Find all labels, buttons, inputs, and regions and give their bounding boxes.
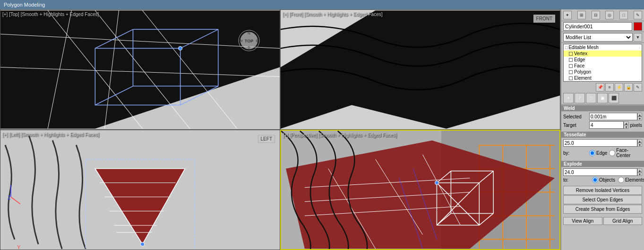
svg-text:W: W: [239, 39, 243, 43]
stack-item-edge[interactable]: Edge: [564, 57, 642, 63]
weld-target-spinner[interactable]: ▲ ▼: [624, 121, 628, 129]
subobject-icons: • / ⬡ ▣ ⬛: [561, 92, 644, 105]
weld-target-unit: pixels: [630, 123, 642, 128]
explode-section-header: Explode: [561, 161, 644, 167]
stack-label-element: Element: [574, 75, 592, 81]
tessellate-edge-option[interactable]: Edge: [589, 150, 607, 156]
svg-text:TOP: TOP: [245, 39, 253, 43]
viewport-perspective[interactable]: Z X [+] [Perspective] [Smooth + Highligh…: [280, 130, 560, 250]
svg-text:Y: Y: [17, 244, 21, 250]
stack-label-editable-mesh: Editable Mesh: [568, 45, 598, 50]
weld-target-label: Target: [563, 123, 589, 128]
explode-value-input[interactable]: [563, 168, 637, 176]
weld-selected-spinner[interactable]: ▲ ▼: [637, 113, 642, 120]
icon-modifier[interactable]: ⊞: [577, 11, 586, 19]
svg-text:S: S: [248, 45, 250, 50]
object-color-swatch[interactable]: [634, 22, 642, 31]
tessellate-by-label: by:: [563, 150, 589, 156]
stack-label-vertex: Vertex: [574, 51, 587, 56]
explode-elements-option[interactable]: Elements: [618, 177, 644, 183]
stack-delete-btn[interactable]: ✎: [634, 83, 642, 92]
stack-unique-btn[interactable]: ⚡: [615, 83, 623, 92]
svg-text:N: N: [248, 31, 250, 35]
vp-left-label: [+] [Left] [Smooth + Highlights + Edged …: [2, 132, 99, 137]
svg-point-18: [179, 46, 182, 50]
bottom-buttons: Remove Isolated Vertices Select Open Edg…: [561, 184, 644, 215]
vp-front-box-label: FRONT: [533, 15, 555, 23]
main-layout: N S W E TOP [+] [Top] [Smooth + Highligh…: [0, 9, 644, 250]
stack-item-vertex[interactable]: Vertex: [564, 50, 642, 57]
select-open-edges-btn[interactable]: Select Open Edges: [563, 195, 642, 204]
weld-target-input[interactable]: [589, 121, 624, 129]
svg-point-81: [435, 181, 438, 185]
stack-item-face[interactable]: Face: [564, 63, 642, 69]
icon-motion[interactable]: ◎: [605, 11, 614, 19]
svg-text:E: E: [256, 39, 258, 43]
tessellate-spinner[interactable]: ▲ ▼: [637, 139, 642, 147]
weld-section-header: Weld: [561, 105, 644, 111]
tessellate-facecenter-option[interactable]: Face-Center: [609, 148, 642, 158]
viewport-area: N S W E TOP [+] [Top] [Smooth + Highligh…: [0, 9, 561, 250]
stack-item-editable-mesh[interactable]: □ Editable Mesh ·: [564, 44, 642, 50]
tessellate-value-input[interactable]: [563, 139, 637, 147]
remove-isolated-btn[interactable]: Remove Isolated Vertices: [563, 186, 642, 195]
titlebar-label: Polygon Modeling: [4, 2, 45, 8]
viewport-left[interactable]: Z Y LEFT [+] [Left] [Smooth + Highlights…: [0, 130, 280, 250]
vp-persp-label: [+] [Perspective] [Smooth + Highlights +…: [283, 133, 396, 138]
subobj-element-btn[interactable]: ⬛: [609, 93, 619, 103]
modifier-arrow[interactable]: ▼: [634, 33, 642, 42]
grid-align-btn[interactable]: Grid Align: [603, 217, 643, 225]
modifier-list-dropdown[interactable]: Modifier List: [563, 33, 633, 42]
explode-section: ▲ ▼ to: Objects Elements: [561, 167, 644, 184]
modifier-list-row: Modifier List ▼: [561, 32, 644, 43]
weld-selected-input[interactable]: [589, 113, 637, 120]
right-panel: ✦ ⊞ ⊟ ◎ □ ✎ Modifier List ▼ □ Editable M…: [561, 9, 644, 250]
titlebar: Polygon Modeling: [0, 0, 644, 9]
icon-hierarchy[interactable]: ⊟: [592, 11, 600, 19]
subobj-border-btn[interactable]: ⬡: [586, 93, 596, 103]
vp-top-label: [+] [Top] [Smooth + Highlights + Edged F…: [2, 12, 99, 17]
weld-selected-label: Selected: [563, 114, 589, 119]
create-shape-from-edges-btn[interactable]: Create Shape from Edges: [563, 205, 642, 214]
icon-star[interactable]: ✦: [563, 11, 572, 19]
stack-label-face: Face: [574, 63, 584, 68]
vp-front-label: [+] [Front] [Smooth + Highlights + Edged…: [283, 12, 383, 17]
top-toolbar: ✦ ⊞ ⊟ ◎ □ ✎: [561, 9, 644, 21]
svg-point-45: [141, 242, 145, 246]
stack-label-polygon: Polygon: [574, 69, 591, 75]
tessellate-section: ▲ ▼ by: Edge Face-Center: [561, 138, 644, 160]
subobj-polygon-btn[interactable]: ▣: [597, 93, 608, 103]
icon-display[interactable]: □: [619, 11, 628, 19]
explode-objects-option[interactable]: Objects: [592, 177, 615, 183]
align-buttons-row: View Align Grid Align: [561, 216, 644, 226]
stack-item-polygon[interactable]: Polygon: [564, 69, 642, 75]
svg-text:Z: Z: [8, 195, 11, 200]
view-align-btn[interactable]: View Align: [563, 217, 602, 225]
weld-section: Selected ▲ ▼ Target ▲ ▼ pixels: [561, 111, 644, 131]
subobj-edge-btn[interactable]: /: [575, 93, 585, 103]
stack-item-element[interactable]: Element: [564, 75, 642, 81]
object-name-row: [561, 21, 644, 32]
tessellate-section-header: Tessellate: [561, 132, 644, 138]
stack-label-edge: Edge: [574, 57, 585, 62]
subobj-vertex-btn[interactable]: •: [563, 93, 574, 103]
viewport-front[interactable]: Z X FRONT [+] [Front] [Smooth + Highligh…: [280, 9, 560, 130]
object-name-input[interactable]: [563, 22, 632, 31]
stack-buttons: 📌 ≡ ⚡ 🔒 ✎: [561, 83, 644, 92]
explode-spinner[interactable]: ▲ ▼: [637, 168, 642, 176]
modifier-stack: □ Editable Mesh · Vertex Edge Face Polyg…: [563, 44, 642, 82]
stack-show-btn[interactable]: ≡: [605, 83, 614, 92]
stack-pin-btn[interactable]: 📌: [596, 83, 604, 92]
viewport-top[interactable]: N S W E TOP [+] [Top] [Smooth + Highligh…: [0, 9, 280, 130]
explode-to-label: to:: [563, 177, 589, 183]
compass-top: N S W E TOP: [237, 29, 261, 52]
icon-utilities[interactable]: ✎: [634, 11, 642, 19]
vp-left-box-label: LEFT: [258, 135, 275, 143]
stack-remove-btn[interactable]: 🔒: [624, 83, 633, 92]
